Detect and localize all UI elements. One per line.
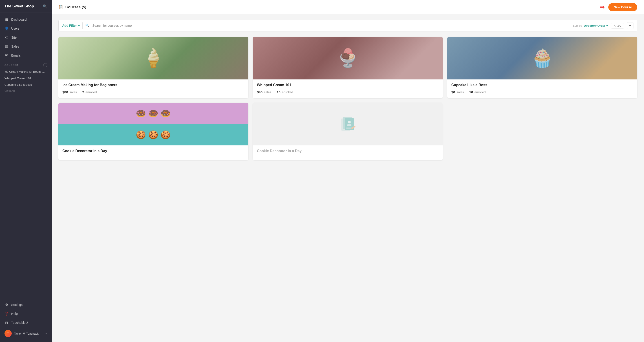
sort-label: Sort by [573, 24, 582, 27]
svg-rect-4 [347, 124, 352, 126]
sales-icon: ▤ [4, 44, 8, 48]
sidebar-item-label: Users [11, 27, 20, 30]
chevron-down-icon: ▾ [606, 24, 608, 27]
course-title-placeholder: Cookie Decorator in a Day [257, 149, 439, 153]
sales-stat: $0 sales [451, 90, 464, 94]
sidebar-bottom: ⚙ Settings ❓ Help ⊟ TeachableU T Taylor … [0, 298, 52, 342]
svg-rect-5 [346, 127, 352, 127]
sidebar-item-label: Settings [11, 303, 23, 307]
course-card-cookie-placeholder[interactable]: Cookie Decorator in a Day [253, 103, 443, 160]
sidebar-item-help[interactable]: ❓ Help [0, 309, 52, 318]
sidebar-item-label: Dashboard [11, 18, 27, 21]
course-stats: $40 sales 10 enrolled [257, 90, 439, 94]
course-image-placeholder [253, 103, 443, 145]
course-card-cookie[interactable]: 🍩 🍩 🍩 🍪 🍪 🍪 Cookie Decorator in a Day [58, 103, 248, 160]
enrolled-value: 7 [82, 90, 84, 94]
sidebar-nav: ⊞ Dashboard 👤 Users ⬡ Site ▤ Sales ✉ Ema… [0, 13, 52, 298]
course-card-body: Cookie Decorator in a Day [58, 145, 248, 160]
courses-icon: 📋 [58, 5, 63, 9]
sidebar-item-users[interactable]: 👤 Users [0, 24, 52, 33]
course-title: Cookie Decorator in a Day [62, 149, 244, 153]
sort-value[interactable]: Directory Order ▾ [584, 24, 608, 27]
sales-stat: $40 sales [257, 90, 271, 94]
sidebar-item-dashboard[interactable]: ⊞ Dashboard [0, 15, 52, 24]
search-icon[interactable]: 🔍 [43, 4, 47, 8]
course-stats: $0 sales 10 enrolled [451, 90, 633, 94]
avatar: T [4, 330, 12, 337]
teachableu-icon: ⊟ [4, 321, 8, 325]
sidebar-item-label: TeachableU [11, 321, 28, 325]
sales-value: $40 [257, 90, 262, 94]
courses-placeholder-svg [339, 115, 357, 133]
site-icon: ⬡ [4, 35, 8, 39]
main-content: 📋 Courses (5) ➡ New Course Add Filter ▾ … [52, 0, 644, 342]
sidebar-item-sales[interactable]: ▤ Sales [0, 42, 52, 51]
svg-rect-6 [346, 128, 351, 129]
course-title: Cupcake Like a Boss [451, 83, 633, 87]
sales-value: $80 [62, 90, 68, 94]
filter-divider [82, 22, 83, 29]
sidebar-item-emails[interactable]: ✉ Emails [0, 51, 52, 60]
course-card-whipped[interactable]: Whipped Cream 101 $40 sales 10 enrolled [253, 37, 443, 98]
sidebar-course-cupcake[interactable]: Cupcake Like a Boss [0, 81, 52, 88]
enrolled-value: 10 [277, 90, 280, 94]
enrolled-label: enrolled [474, 90, 486, 94]
arrow-icon: ➡ [600, 4, 605, 10]
content-area: Add Filter ▾ 🔍 Sort by Directory Order ▾… [52, 14, 644, 342]
sort-asc-button[interactable]: ↑ ASC [611, 23, 624, 28]
course-card-icecream[interactable]: Ice Cream Making for Beginners $80 sales… [58, 37, 248, 98]
add-column-button[interactable]: + [627, 22, 634, 29]
enrolled-label: enrolled [282, 90, 293, 94]
sales-label: sales [70, 90, 77, 94]
sidebar-header: The Sweet Shop 🔍 [0, 0, 52, 13]
course-stats: $80 sales 7 enrolled [62, 90, 244, 94]
enrolled-value: 10 [469, 90, 473, 94]
course-image-whipped [253, 37, 443, 79]
sidebar-item-teachableu[interactable]: ⊟ TeachableU [0, 318, 52, 327]
page-title: Courses (5) [65, 5, 86, 9]
svg-point-3 [348, 121, 351, 123]
sidebar-item-settings[interactable]: ⚙ Settings [0, 300, 52, 309]
course-image-cookie: 🍩 🍩 🍩 🍪 🍪 🍪 [58, 103, 248, 145]
search-icon: 🔍 [85, 23, 90, 27]
sidebar-title: The Sweet Shop [4, 4, 34, 8]
course-card-body: Cupcake Like a Boss $0 sales 10 enrolled [447, 79, 637, 98]
sales-stat: $80 sales [62, 90, 77, 94]
sales-label: sales [264, 90, 271, 94]
new-course-button[interactable]: New Course [608, 3, 637, 11]
header-right: ➡ New Course [600, 3, 637, 11]
add-filter-button[interactable]: Add Filter ▾ [62, 24, 80, 27]
enrolled-stat: 10 enrolled [469, 90, 486, 94]
sort-section: Sort by Directory Order ▾ ↑ ASC + [569, 22, 634, 29]
sidebar: The Sweet Shop 🔍 ⊞ Dashboard 👤 Users ⬡ S… [0, 0, 52, 342]
sidebar-item-label: Emails [11, 54, 21, 57]
add-course-icon[interactable]: + [43, 63, 47, 67]
placeholder-icon [339, 115, 357, 133]
course-card-cupcake[interactable]: Cupcake Like a Boss $0 sales 10 enrolled [447, 37, 637, 98]
cookie-image-bottom: 🍪 🍪 🍪 [58, 124, 248, 145]
chevron-up-icon: ∧ [45, 332, 47, 335]
enrolled-stat: 10 enrolled [277, 90, 293, 94]
sidebar-item-site[interactable]: ⬡ Site [0, 33, 52, 42]
search-input[interactable] [92, 24, 566, 27]
sales-label: sales [456, 90, 464, 94]
courses-section-header: COURSES + [0, 60, 52, 68]
filter-bar: Add Filter ▾ 🔍 Sort by Directory Order ▾… [58, 20, 637, 31]
sidebar-course-icecream[interactable]: Ice Cream Making for Beginn... [0, 68, 52, 75]
view-all-link[interactable]: View All [0, 88, 52, 94]
enrolled-label: enrolled [86, 90, 97, 94]
sidebar-item-label: Site [11, 36, 16, 39]
main-header: 📋 Courses (5) ➡ New Course [52, 0, 644, 14]
user-name: Taylor @ Teachabl... [14, 332, 45, 335]
users-icon: 👤 [4, 26, 8, 30]
enrolled-stat: 7 enrolled [82, 90, 97, 94]
sidebar-item-label: Help [11, 312, 18, 316]
add-filter-label: Add Filter [62, 24, 77, 27]
user-profile[interactable]: T Taylor @ Teachabl... ∧ [0, 327, 52, 340]
course-card-body: Ice Cream Making for Beginners $80 sales… [58, 79, 248, 98]
course-card-body: Cookie Decorator in a Day [253, 145, 443, 160]
course-image-icecream [58, 37, 248, 79]
sidebar-course-whipped[interactable]: Whipped Cream 101 [0, 75, 52, 81]
help-icon: ❓ [4, 312, 8, 316]
dashboard-icon: ⊞ [4, 17, 8, 21]
